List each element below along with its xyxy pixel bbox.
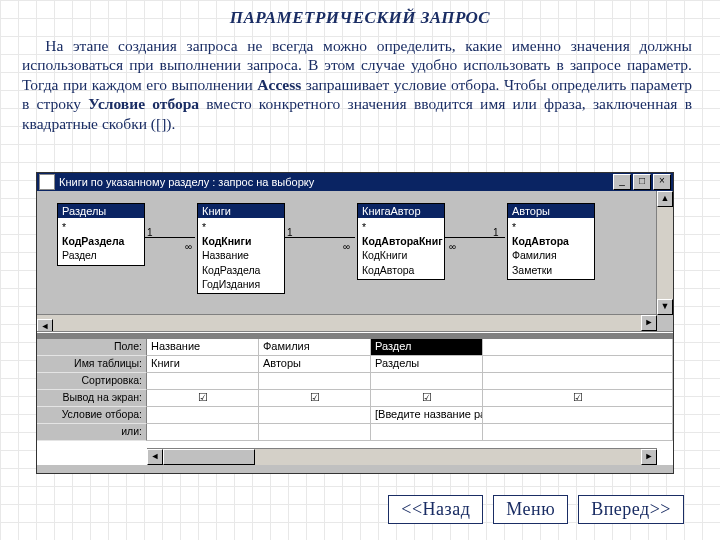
row-header: Поле: — [37, 339, 147, 356]
row-header: Условие отбора: — [37, 407, 147, 424]
grid-cell[interactable]: Раздел — [371, 339, 483, 356]
scroll-up-icon[interactable]: ▲ — [657, 191, 673, 207]
design-grid-pane: Поле:НазваниеФамилияРазделИмя таблицы:Кн… — [37, 339, 673, 465]
grid-cell-empty[interactable] — [483, 407, 673, 424]
grid-cell[interactable] — [259, 407, 371, 424]
cardinality-label: ∞ — [343, 241, 350, 252]
minimize-button[interactable]: _ — [613, 174, 631, 190]
app-icon — [39, 174, 55, 190]
table-fields: *КодАвтораКнигКодКнигиКодАвтора — [358, 218, 444, 279]
grid-horizontal-scrollbar[interactable]: ◄ ► — [147, 448, 657, 465]
grid-cell[interactable] — [147, 390, 259, 407]
nav-buttons: <<Назад Меню Вперед>> — [388, 495, 684, 524]
titlebar: Книги по указанному разделу : запрос на … — [37, 173, 673, 191]
design-grid: Поле:НазваниеФамилияРазделИмя таблицы:Кн… — [37, 339, 673, 441]
grid-cell-empty[interactable] — [483, 424, 673, 441]
relationship-pane: ▲ ▼ ◄ ► Разделы*КодРазделаРазделКниги*Ко… — [37, 191, 673, 332]
horizontal-scrollbar[interactable]: ◄ ► — [37, 314, 657, 331]
row-header: Имя таблицы: — [37, 356, 147, 373]
maximize-button[interactable]: □ — [633, 174, 651, 190]
grid-cell-empty[interactable] — [483, 356, 673, 373]
scroll-thumb[interactable] — [163, 449, 255, 465]
scroll-left-icon[interactable]: ◄ — [37, 319, 53, 332]
grid-cell[interactable] — [371, 424, 483, 441]
grid-cell[interactable] — [147, 424, 259, 441]
row-header: Сортировка: — [37, 373, 147, 390]
row-header: или: — [37, 424, 147, 441]
scroll-right-icon[interactable]: ► — [641, 315, 657, 331]
cardinality-label: 1 — [147, 227, 153, 238]
table-box-1[interactable]: Книги*КодКнигиНазваниеКодРазделаГодИздан… — [197, 203, 285, 294]
cardinality-label: ∞ — [449, 241, 456, 252]
close-button[interactable]: × — [653, 174, 671, 190]
window-title: Книги по указанному разделу : запрос на … — [59, 176, 611, 188]
grid-cell[interactable]: Книги — [147, 356, 259, 373]
table-title: Разделы — [58, 204, 144, 218]
table-title: Авторы — [508, 204, 594, 218]
grid-cell[interactable]: Название — [147, 339, 259, 356]
menu-button[interactable]: Меню — [493, 495, 568, 524]
page-title: ПАРАМЕТРИЧЕСКИЙ ЗАПРОС — [0, 0, 720, 28]
table-box-2[interactable]: КнигаАвтор*КодАвтораКнигКодКнигиКодАвтор… — [357, 203, 445, 280]
grid-cell[interactable] — [259, 390, 371, 407]
pane-splitter[interactable] — [37, 332, 673, 339]
grid-cell-empty[interactable] — [483, 373, 673, 390]
grid-cell[interactable] — [147, 373, 259, 390]
access-window: Книги по указанному разделу : запрос на … — [36, 172, 674, 474]
grid-cell-empty[interactable] — [483, 390, 673, 407]
table-fields: *КодАвтораФамилияЗаметки — [508, 218, 594, 279]
table-box-3[interactable]: Авторы*КодАвтораФамилияЗаметки — [507, 203, 595, 280]
grid-cell[interactable]: Авторы — [259, 356, 371, 373]
grid-cell[interactable]: [Введите название раздела] — [371, 407, 483, 424]
cardinality-label: 1 — [287, 227, 293, 238]
scroll-left-icon[interactable]: ◄ — [147, 449, 163, 465]
scroll-down-icon[interactable]: ▼ — [657, 299, 673, 315]
table-title: Книги — [198, 204, 284, 218]
table-box-0[interactable]: Разделы*КодРазделаРаздел — [57, 203, 145, 266]
grid-cell[interactable] — [259, 373, 371, 390]
back-button[interactable]: <<Назад — [388, 495, 483, 524]
grid-cell[interactable] — [371, 390, 483, 407]
intro-paragraph: На этапе создания запроса не всегда можн… — [0, 28, 720, 141]
cardinality-label: 1 — [493, 227, 499, 238]
grid-cell[interactable] — [259, 424, 371, 441]
table-fields: *КодРазделаРаздел — [58, 218, 144, 265]
relationship-line — [285, 237, 355, 238]
scroll-right-icon[interactable]: ► — [641, 449, 657, 465]
next-button[interactable]: Вперед>> — [578, 495, 684, 524]
cardinality-label: ∞ — [185, 241, 192, 252]
table-fields: *КодКнигиНазваниеКодРазделаГодИздания — [198, 218, 284, 293]
grid-cell[interactable] — [147, 407, 259, 424]
grid-cell[interactable]: Разделы — [371, 356, 483, 373]
grid-cell[interactable] — [371, 373, 483, 390]
vertical-scrollbar[interactable]: ▲ ▼ — [656, 191, 673, 315]
row-header: Вывод на экран: — [37, 390, 147, 407]
grid-cell-empty[interactable] — [483, 339, 673, 356]
table-title: КнигаАвтор — [358, 204, 444, 218]
grid-cell[interactable]: Фамилия — [259, 339, 371, 356]
